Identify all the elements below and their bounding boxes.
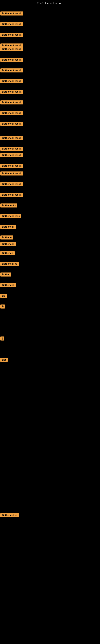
- result-item-18: Bottleneck result: [0, 182, 23, 187]
- result-item-26: Bottleneck re: [0, 262, 19, 267]
- result-item-8: Bottleneck result: [0, 79, 23, 84]
- site-title: TheBottlenecker.com: [0, 0, 100, 6]
- result-item-2: Bottleneck result: [0, 22, 23, 27]
- result-item-24: Bottleneck: [0, 242, 16, 247]
- bottleneck-badge-19: Bottleneck result: [0, 193, 23, 197]
- result-item-17: Bottleneck result: [0, 172, 23, 176]
- bottleneck-badge-16: Bottleneck result: [0, 164, 23, 168]
- bottleneck-badge-11: Bottleneck result: [0, 111, 23, 115]
- result-item-5: Bottleneck result: [0, 47, 23, 52]
- result-item-22: Bottleneck: [0, 225, 16, 230]
- result-item-30: B: [0, 304, 5, 309]
- bottleneck-badge-10: Bottleneck result: [0, 100, 23, 104]
- bottleneck-badge-22: Bottleneck: [0, 225, 16, 229]
- result-item-11: Bottleneck result: [0, 111, 23, 116]
- bottleneck-badge-5: Bottleneck result: [0, 47, 23, 51]
- bottleneck-badge-28: Bottleneck: [0, 283, 16, 287]
- bottleneck-badge-13: Bottleneck result: [0, 136, 23, 140]
- bottleneck-badge-17: Bottleneck result: [0, 172, 23, 176]
- result-item-6: Bottleneck result: [0, 58, 23, 62]
- bottleneck-badge-9: Bottleneck result: [0, 90, 23, 94]
- bottleneck-badge-3: Bottleneck result: [0, 33, 23, 37]
- result-item-12: Bottleneck result: [0, 122, 23, 126]
- result-item-23: Bottlene: [0, 236, 13, 240]
- bottleneck-badge-25: Bottlenec: [0, 251, 15, 255]
- result-item-29: Bo: [0, 294, 7, 299]
- result-item-7: Bottleneck result: [0, 68, 23, 73]
- bottleneck-badge-35: Bot: [0, 358, 8, 362]
- bottleneck-badge-39: Bottleneck re: [0, 513, 19, 517]
- bottleneck-badge-4: Bottleneck result: [0, 44, 23, 48]
- bottleneck-badge-27: Bottler: [0, 272, 11, 276]
- bottleneck-badge-14: Bottleneck result: [0, 147, 23, 151]
- bottleneck-badge-2: Bottleneck result: [0, 22, 23, 26]
- bottleneck-badge-12: Bottleneck result: [0, 122, 23, 126]
- result-item-3: Bottleneck result: [0, 33, 23, 38]
- result-item-16: Bottleneck result: [0, 164, 23, 169]
- result-item-13: Bottleneck result: [0, 136, 23, 141]
- result-item-35: Bot: [0, 358, 8, 363]
- result-item-19: Bottleneck result: [0, 193, 23, 198]
- bottleneck-badge-18: Bottleneck result: [0, 182, 23, 186]
- bottleneck-badge-29: Bo: [0, 294, 7, 298]
- result-item-25: Bottlenec: [0, 251, 15, 256]
- bottleneck-badge-33: |: [0, 336, 4, 340]
- bottleneck-badge-24: Bottleneck: [0, 242, 16, 246]
- bottleneck-badge-23: Bottlene: [0, 236, 13, 240]
- result-item-9: Bottleneck result: [0, 90, 23, 94]
- result-item-33: |: [0, 336, 4, 341]
- result-item-21: Bottleneck resu: [0, 214, 21, 219]
- bottleneck-badge-26: Bottleneck re: [0, 262, 19, 266]
- bottleneck-badge-30: B: [0, 304, 5, 308]
- bottleneck-badge-7: Bottleneck result: [0, 68, 23, 72]
- bottleneck-badge-15: Bottleneck result: [0, 153, 23, 157]
- result-item-10: Bottleneck result: [0, 100, 23, 105]
- bottleneck-badge-6: Bottleneck result: [0, 58, 23, 62]
- bottleneck-badge-8: Bottleneck result: [0, 79, 23, 83]
- result-item-27: Bottler: [0, 272, 11, 277]
- result-item-1: Bottleneck result: [0, 12, 23, 16]
- result-item-20: Bottleneck r: [0, 204, 17, 208]
- bottleneck-badge-20: Bottleneck r: [0, 204, 17, 208]
- result-item-28: Bottleneck: [0, 283, 16, 288]
- bottleneck-badge-1: Bottleneck result: [0, 12, 23, 16]
- result-item-39: Bottleneck re: [0, 513, 19, 518]
- bottleneck-badge-21: Bottleneck resu: [0, 214, 21, 218]
- result-item-15: Bottleneck result: [0, 153, 23, 158]
- result-item-14: Bottleneck result: [0, 147, 23, 152]
